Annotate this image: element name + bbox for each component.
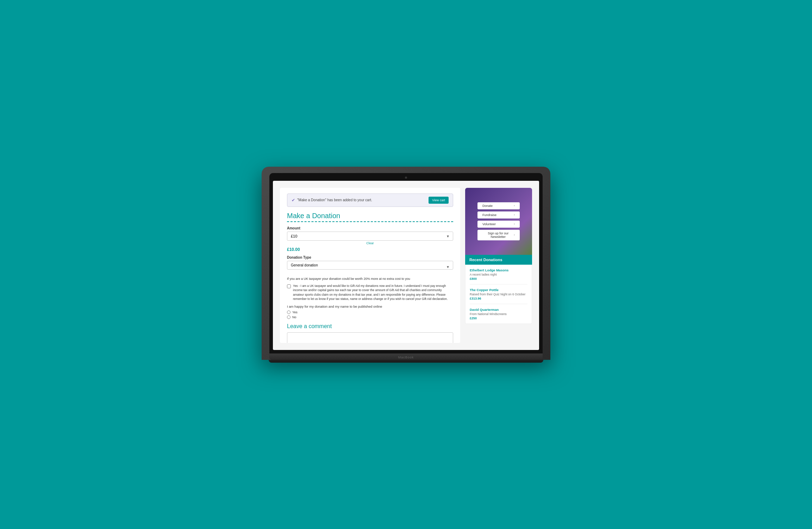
publish-yes-text: Yes	[292, 310, 298, 314]
donate-hero-button[interactable]: Donate ›	[477, 202, 520, 209]
publish-label: I am happy for my donation and my name t…	[287, 305, 453, 308]
donate-hero-label: Donate	[482, 204, 493, 208]
donation-name-1: Ethelbert Lodge Masons	[470, 268, 527, 272]
volunteer-hero-label: Volunteer	[482, 222, 496, 226]
view-cart-button[interactable]: View cart	[429, 197, 449, 204]
clear-link[interactable]: Clear	[287, 241, 453, 245]
amount-select-wrapper: £10 ▼	[287, 232, 453, 241]
amount-select[interactable]: £10	[287, 232, 453, 241]
notification-message: "Make a Donation" has been added to your…	[297, 198, 372, 202]
fundraise-hero-button[interactable]: Fundraise ›	[477, 211, 520, 219]
donation-amount-1: £800	[470, 277, 527, 281]
publish-radio-group: Yes No	[287, 310, 453, 319]
publish-no-label[interactable]: No	[287, 315, 453, 319]
gift-aid-text: Yes - I am a UK taxpayer and would like …	[293, 284, 453, 301]
publish-no-radio[interactable]	[287, 315, 291, 319]
amount-select-arrow: ▼	[446, 234, 450, 238]
donation-desc-1: A recent ladies night	[470, 273, 527, 276]
donation-amount-2: £313.96	[470, 297, 527, 300]
comment-section-title: Leave a comment	[287, 323, 453, 330]
laptop-foot	[269, 360, 543, 363]
donation-desc-3: From National Windscreens	[470, 312, 527, 316]
donation-desc-2: Raised from their Quiz Night on 6 Octobe…	[470, 293, 527, 296]
laptop-body: ✔ "Make a Donation" has been added to yo…	[262, 167, 550, 360]
donation-name-3: David Quarterman	[470, 308, 527, 312]
donation-type-wrapper: General donation ▼	[287, 261, 453, 273]
gift-aid-info: If you are a UK taxpayer your donation c…	[287, 277, 453, 281]
screen-content: ✔ "Make a Donation" has been added to yo…	[273, 181, 539, 350]
newsletter-hero-button[interactable]: Sign up for our Newsletter ›	[477, 230, 520, 240]
comment-textarea[interactable]	[287, 332, 453, 343]
notification-text: ✔ "Make a Donation" has been added to yo…	[292, 198, 372, 203]
publish-no-text: No	[292, 315, 296, 319]
sidebar-column: Donate › Fundraise › Volunteer ›	[465, 188, 532, 324]
gift-aid-checkbox[interactable]	[287, 284, 291, 288]
screen: ✔ "Make a Donation" has been added to yo…	[273, 181, 539, 350]
donation-type-label: Donation Type	[287, 256, 453, 259]
donation-name-2: The Copper Pottle	[470, 288, 527, 292]
recent-donations-body: Ethelbert Lodge Masons A recent ladies n…	[465, 265, 532, 324]
gift-aid-checkbox-area: Yes - I am a UK taxpayer and would like …	[287, 284, 453, 301]
donation-type-arrow: ▼	[446, 265, 450, 269]
amount-display: £10.00	[287, 247, 453, 252]
donation-item-2: The Copper Pottle Raised from their Quiz…	[470, 288, 527, 304]
volunteer-hero-button[interactable]: Volunteer ›	[477, 221, 520, 228]
notification-bar: ✔ "Make a Donation" has been added to yo…	[287, 193, 453, 207]
newsletter-hero-label: Sign up for our Newsletter	[482, 232, 514, 239]
laptop-wrapper: ✔ "Make a Donation" has been added to yo…	[262, 167, 550, 363]
volunteer-hero-arrow: ›	[514, 222, 515, 226]
donation-amount-3: £250	[470, 316, 527, 320]
fundraise-hero-arrow: ›	[514, 213, 515, 216]
recent-donations-header: Recent Donations	[465, 255, 532, 265]
check-icon: ✔	[292, 198, 295, 203]
newsletter-hero-arrow: ›	[514, 233, 515, 236]
fundraise-hero-label: Fundraise	[482, 213, 496, 217]
publish-yes-radio[interactable]	[287, 310, 291, 314]
donate-hero-arrow: ›	[514, 204, 515, 207]
hero-overlay: Donate › Fundraise › Volunteer ›	[465, 188, 532, 255]
recent-donations-section: Recent Donations Ethelbert Lodge Masons …	[465, 255, 532, 324]
amount-label: Amount	[287, 226, 453, 230]
main-column: ✔ "Make a Donation" has been added to yo…	[280, 188, 460, 343]
screen-bezel: ✔ "Make a Donation" has been added to yo…	[269, 173, 543, 353]
webcam	[405, 177, 407, 179]
laptop-base	[269, 353, 543, 360]
donation-item-3: David Quarterman From National Windscree…	[470, 308, 527, 320]
sidebar-hero: Donate › Fundraise › Volunteer ›	[465, 188, 532, 255]
donation-type-select[interactable]: General donation	[287, 261, 453, 270]
page-title: Make a Donation	[287, 212, 453, 222]
publish-yes-label[interactable]: Yes	[287, 310, 453, 314]
donation-item-1: Ethelbert Lodge Masons A recent ladies n…	[470, 268, 527, 284]
